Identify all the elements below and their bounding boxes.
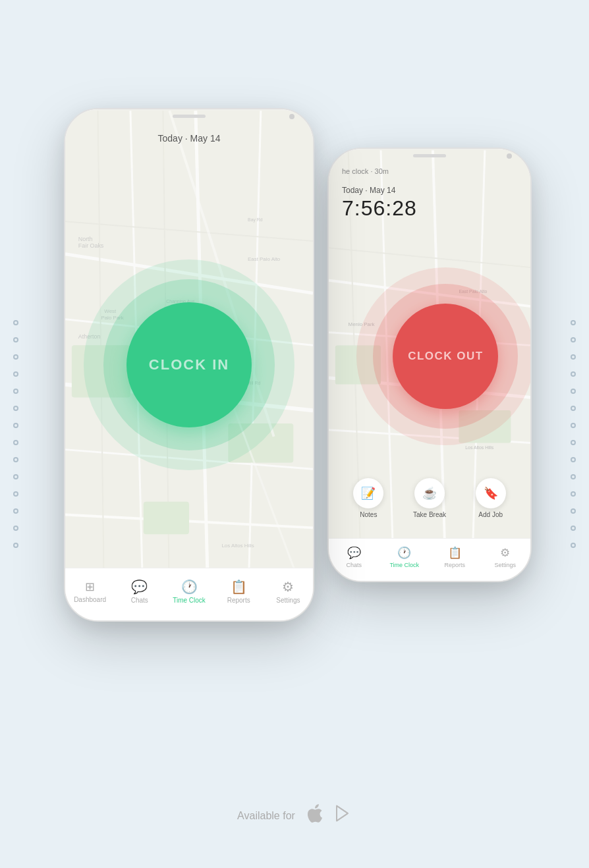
svg-text:Fair Oaks: Fair Oaks — [78, 242, 104, 249]
apple-store-icon[interactable] — [306, 803, 323, 828]
dot — [13, 354, 18, 360]
front-time-clock-label: Time Clock — [173, 597, 206, 604]
front-nav-reports[interactable]: 📋 Reports — [214, 579, 264, 604]
front-header-date: Today · May 14 — [65, 133, 313, 144]
dot — [571, 354, 576, 360]
dot — [571, 423, 576, 428]
back-time-clock-icon: 🕐 — [397, 546, 411, 560]
front-nav-chats[interactable]: 💬 Chats — [115, 579, 164, 604]
phone-speaker-front — [173, 115, 206, 118]
take-break-label: Take Break — [413, 511, 446, 518]
phone-speaker-back — [413, 154, 446, 157]
dot — [571, 508, 576, 514]
dot — [571, 320, 576, 325]
front-nav-bar: ⊞ Dashboard 💬 Chats 🕐 Time Clock 📋 Repor… — [65, 568, 313, 620]
dot — [571, 389, 576, 394]
front-dashboard-label: Dashboard — [74, 596, 106, 603]
clock-out-area: CLOCK OUT — [393, 304, 498, 409]
back-nav-chats[interactable]: 💬 Chats — [329, 546, 379, 568]
front-reports-icon: 📋 — [231, 579, 247, 595]
front-chats-label: Chats — [131, 597, 148, 604]
dot — [571, 406, 576, 411]
back-settings-icon: ⚙ — [500, 546, 510, 560]
dot — [571, 440, 576, 445]
dot — [571, 371, 576, 377]
take-break-button[interactable]: ☕ Take Break — [413, 478, 446, 518]
back-nav-bar: 💬 Chats 🕐 Time Clock 📋 Reports ⚙ Setting… — [329, 538, 530, 581]
dot — [571, 526, 576, 531]
dot — [571, 337, 576, 342]
svg-text:Los Altos Hills: Los Altos Hills — [465, 445, 493, 450]
front-settings-label: Settings — [276, 597, 300, 604]
red-ripple-mid — [373, 284, 518, 429]
dot — [13, 474, 18, 479]
dot — [13, 406, 18, 411]
add-job-label: Add Job — [478, 511, 503, 518]
front-chats-icon: 💬 — [131, 579, 148, 595]
back-nav-reports[interactable]: 📋 Reports — [430, 546, 480, 568]
dot — [13, 526, 18, 531]
phone-camera-back — [507, 153, 512, 159]
dot — [13, 491, 18, 497]
back-reports-label: Reports — [444, 562, 465, 568]
notes-icon: 📝 — [353, 478, 383, 508]
dot — [13, 371, 18, 377]
dot — [571, 474, 576, 479]
front-nav-time-clock[interactable]: 🕐 Time Clock — [164, 579, 213, 604]
dot — [571, 457, 576, 462]
front-nav-dashboard[interactable]: ⊞ Dashboard — [65, 580, 115, 603]
dot — [13, 389, 18, 394]
back-header-timer: 7:56:28 — [342, 196, 530, 221]
available-for-text: Available for — [237, 810, 295, 822]
dot — [13, 423, 18, 428]
dot — [571, 491, 576, 497]
back-nav-time-clock[interactable]: 🕐 Time Clock — [379, 546, 430, 568]
svg-text:Bay Rd: Bay Rd — [248, 217, 263, 223]
front-settings-icon: ⚙ — [282, 579, 294, 595]
add-job-button[interactable]: 🔖 Add Job — [476, 478, 506, 518]
front-nav-settings[interactable]: ⚙ Settings — [264, 579, 313, 604]
phones-container: Menlo Park Palo Alto Los Altos Hills Eas… — [44, 108, 545, 734]
dot — [13, 457, 18, 462]
clock-in-area: CLOCK IN — [126, 302, 252, 427]
dot — [13, 337, 18, 342]
dot — [13, 440, 18, 445]
front-dashboard-icon: ⊞ — [85, 580, 95, 594]
add-job-icon: 🔖 — [476, 478, 506, 508]
dot — [13, 543, 18, 548]
back-chats-label: Chats — [346, 562, 362, 568]
back-reports-icon: 📋 — [448, 546, 462, 560]
take-break-icon: ☕ — [414, 478, 445, 508]
notes-label: Notes — [360, 511, 377, 518]
front-time-clock-icon: 🕐 — [181, 579, 198, 595]
green-ripple-mid — [103, 279, 275, 450]
phone-front: North Fair Oaks Atherton Menlo Park Palo… — [64, 108, 314, 622]
back-chats-icon: 💬 — [347, 546, 361, 560]
dot — [13, 508, 18, 514]
dot — [571, 543, 576, 548]
decorative-dots-right — [571, 320, 576, 548]
back-phone-header: he clock · 30m Today · May 14 7:56:28 — [342, 167, 530, 221]
notes-button[interactable]: 📝 Notes — [353, 478, 383, 518]
back-nav-settings[interactable]: ⚙ Settings — [480, 546, 531, 568]
back-settings-label: Settings — [494, 562, 516, 568]
android-store-icon[interactable] — [333, 803, 352, 828]
action-buttons-row: 📝 Notes ☕ Take Break 🔖 Add Job — [329, 478, 530, 518]
back-header-date: Today · May 14 — [342, 186, 530, 195]
svg-text:North: North — [78, 236, 93, 242]
back-time-clock-label: Time Clock — [389, 562, 419, 568]
svg-rect-30 — [144, 502, 189, 534]
svg-text:Los Altos Hills: Los Altos Hills — [221, 543, 254, 549]
phone-camera-front — [289, 114, 294, 119]
available-for-section: Available for — [0, 803, 589, 828]
front-reports-label: Reports — [227, 597, 250, 604]
front-phone-header: Today · May 14 — [65, 133, 313, 144]
decorative-dots-left — [13, 320, 18, 548]
back-header-subtitle: he clock · 30m — [342, 167, 530, 175]
dot — [13, 320, 18, 325]
phone-back: Menlo Park Palo Alto Los Altos Hills Eas… — [327, 148, 532, 582]
svg-text:East Palo Alto: East Palo Alto — [248, 256, 281, 262]
